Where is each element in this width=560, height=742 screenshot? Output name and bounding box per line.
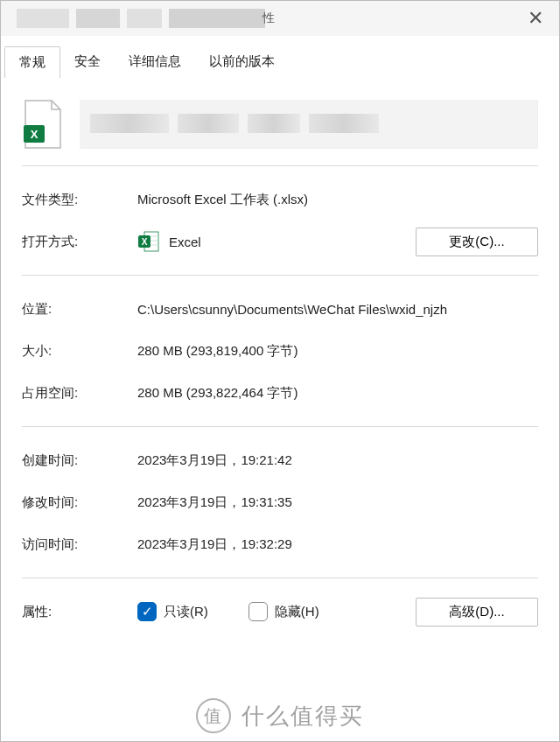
checkbox-hidden-wrap: 隐藏(H) — [248, 602, 319, 621]
advanced-button[interactable]: 高级(D)... — [416, 598, 538, 626]
label-attributes: 属性: — [22, 604, 137, 620]
row-accessed: 访问时间: 2023年3月19日，19:32:29 — [22, 523, 538, 565]
label-readonly: 只读(R) — [164, 604, 208, 620]
value-file-type: Microsoft Excel 工作表 (.xlsx) — [137, 192, 538, 208]
value-size-on-disk: 280 MB (293,822,464 字节) — [137, 385, 538, 402]
value-size: 280 MB (293,819,400 字节) — [137, 343, 538, 360]
tab-general[interactable]: 常规 — [4, 46, 60, 78]
row-attributes: 属性: ✓ 只读(R) 隐藏(H) 高级(D)... — [22, 591, 538, 633]
properties-dialog: 性 ✕ 常规 安全 详细信息 以前的版本 X — [0, 0, 560, 742]
checkbox-readonly[interactable]: ✓ — [137, 602, 157, 621]
label-hidden: 隐藏(H) — [275, 604, 319, 620]
row-size: 大小: 280 MB (293,819,400 字节) — [22, 330, 538, 372]
label-file-type: 文件类型: — [22, 192, 137, 208]
value-created: 2023年3月19日，19:21:42 — [137, 452, 538, 469]
titlebar: 性 ✕ — [1, 1, 559, 36]
value-location: C:\Users\csunny\Documents\WeChat Files\w… — [137, 302, 538, 317]
title-redacted — [17, 9, 272, 28]
title-suffix: 性 — [262, 10, 275, 26]
excel-app-icon: X — [137, 230, 160, 253]
row-created: 创建时间: 2023年3月19日，19:21:42 — [22, 439, 538, 481]
file-header: X — [22, 99, 538, 150]
separator — [22, 426, 538, 427]
label-open-with: 打开方式: — [22, 234, 137, 250]
close-icon[interactable]: ✕ — [522, 7, 549, 30]
value-accessed: 2023年3月19日，19:32:29 — [137, 536, 538, 553]
checkbox-readonly-wrap: ✓ 只读(R) — [137, 602, 208, 621]
value-app-name: Excel — [169, 234, 201, 249]
label-size: 大小: — [22, 343, 137, 360]
excel-file-icon: X — [22, 99, 64, 150]
row-open-with: 打开方式: X Excel 更改(C)... — [22, 220, 538, 262]
svg-text:X: X — [31, 128, 38, 141]
label-created: 创建时间: — [22, 452, 137, 469]
label-modified: 修改时间: — [22, 494, 137, 511]
svg-text:X: X — [142, 237, 148, 247]
separator — [22, 578, 538, 578]
label-accessed: 访问时间: — [22, 536, 137, 553]
filename-input[interactable] — [80, 100, 538, 149]
change-button[interactable]: 更改(C)... — [416, 228, 538, 256]
tab-details[interactable]: 详细信息 — [115, 46, 195, 78]
row-modified: 修改时间: 2023年3月19日，19:31:35 — [22, 481, 538, 523]
tab-previous-versions[interactable]: 以前的版本 — [195, 46, 289, 78]
row-file-type: 文件类型: Microsoft Excel 工作表 (.xlsx) — [22, 178, 538, 220]
content-area: X 文件类型: Microsoft Excel 工作表 (.xlsx) 打开方式… — [1, 78, 559, 741]
separator — [22, 165, 538, 166]
label-location: 位置: — [22, 301, 137, 318]
separator — [22, 275, 538, 276]
tab-security[interactable]: 安全 — [60, 46, 115, 78]
row-size-on-disk: 占用空间: 280 MB (293,822,464 字节) — [22, 372, 538, 414]
tab-bar: 常规 安全 详细信息 以前的版本 — [1, 36, 559, 78]
label-size-on-disk: 占用空间: — [22, 385, 137, 402]
checkbox-hidden[interactable] — [248, 602, 268, 621]
value-modified: 2023年3月19日，19:31:35 — [137, 494, 538, 511]
row-location: 位置: C:\Users\csunny\Documents\WeChat Fil… — [22, 288, 538, 330]
